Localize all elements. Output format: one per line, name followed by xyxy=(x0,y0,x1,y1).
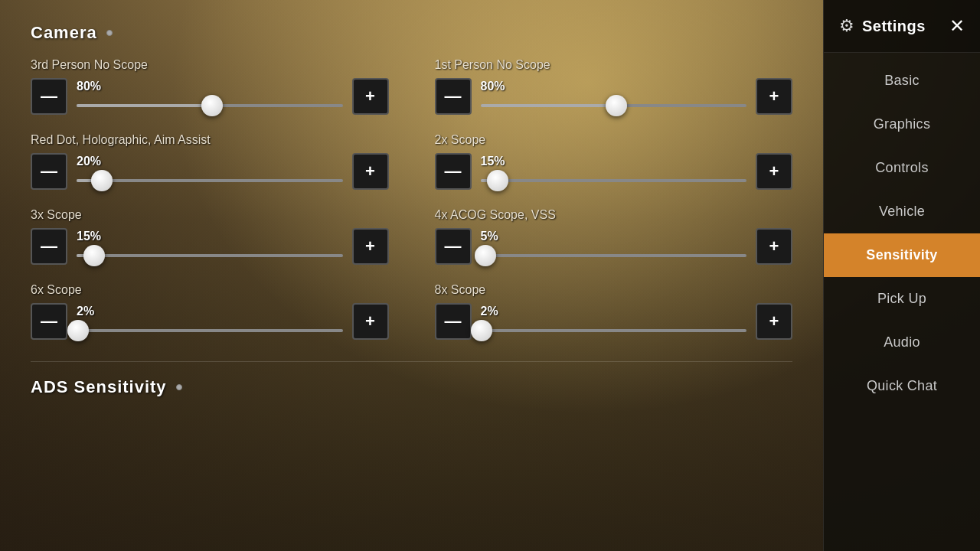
sidebar-header: ⚙ Settings ✕ xyxy=(824,0,980,53)
slider-track-1st-person-no-scope xyxy=(481,104,747,107)
slider-label-1st-person-no-scope: 1st Person No Scope xyxy=(435,58,793,72)
slider-thumb-3x-scope[interactable] xyxy=(83,245,105,266)
slider-container-8x-scope[interactable]: 2% xyxy=(481,303,747,340)
slider-container-3rd-person-no-scope[interactable]: 80% xyxy=(77,78,343,115)
camera-section-header: Camera xyxy=(31,23,792,43)
slider-row-3rd-person-no-scope: — 80% + xyxy=(31,78,389,115)
slider-decrease-4x-acog[interactable]: — xyxy=(435,228,472,265)
slider-thumb-2x-scope[interactable] xyxy=(487,170,508,191)
nav-item-audio[interactable]: Audio xyxy=(824,321,980,364)
slider-increase-4x-acog[interactable]: + xyxy=(756,228,792,265)
sidebar-nav: BasicGraphicsControlsVehicleSensitivityP… xyxy=(824,53,980,551)
slider-decrease-8x-scope[interactable]: — xyxy=(435,303,472,340)
slider-thumb-4x-acog[interactable] xyxy=(475,245,496,266)
slider-decrease-red-dot[interactable]: — xyxy=(31,153,67,190)
slider-row-red-dot: — 20% + xyxy=(31,153,389,190)
slider-group-3rd-person-no-scope: 3rd Person No Scope — 80% + xyxy=(31,58,389,115)
slider-value-3rd-person-no-scope: 80% xyxy=(77,80,101,93)
ads-dot xyxy=(176,384,182,390)
slider-container-red-dot[interactable]: 20% xyxy=(77,153,343,190)
slider-decrease-3rd-person-no-scope[interactable]: — xyxy=(31,78,67,115)
nav-item-vehicle[interactable]: Vehicle xyxy=(824,190,980,233)
slider-group-1st-person-no-scope: 1st Person No Scope — 80% + xyxy=(435,58,793,115)
slider-track-6x-scope xyxy=(77,329,343,332)
slider-group-8x-scope: 8x Scope — 2% + xyxy=(435,283,793,340)
slider-increase-8x-scope[interactable]: + xyxy=(756,303,792,340)
slider-label-6x-scope: 6x Scope xyxy=(31,283,389,297)
slider-label-4x-acog: 4x ACOG Scope, VSS xyxy=(435,208,793,222)
slider-row-3x-scope: — 15% + xyxy=(31,228,389,265)
slider-value-6x-scope: 2% xyxy=(77,305,94,318)
slider-container-4x-acog[interactable]: 5% xyxy=(481,228,747,265)
slider-track-2x-scope xyxy=(481,179,747,182)
slider-track-red-dot xyxy=(77,179,343,182)
camera-dot xyxy=(106,30,113,36)
nav-item-controls[interactable]: Controls xyxy=(824,146,980,190)
slider-increase-6x-scope[interactable]: + xyxy=(352,303,389,340)
slider-increase-red-dot[interactable]: + xyxy=(352,153,389,190)
slider-value-8x-scope: 2% xyxy=(481,305,498,318)
slider-label-3x-scope: 3x Scope xyxy=(31,208,389,222)
slider-row-8x-scope: — 2% + xyxy=(435,303,793,340)
slider-fill-3rd-person-no-scope xyxy=(77,104,212,107)
slider-decrease-6x-scope[interactable]: — xyxy=(31,303,67,340)
nav-item-pickup[interactable]: Pick Up xyxy=(824,277,980,321)
slider-group-4x-acog: 4x ACOG Scope, VSS — 5% + xyxy=(435,208,793,265)
slider-group-3x-scope: 3x Scope — 15% + xyxy=(31,208,389,265)
slider-container-3x-scope[interactable]: 15% xyxy=(77,228,343,265)
slider-decrease-3x-scope[interactable]: — xyxy=(31,228,67,265)
slider-value-4x-acog: 5% xyxy=(481,230,498,243)
settings-title-row: ⚙ Settings xyxy=(839,16,926,36)
main-panel: Camera 3rd Person No Scope — 80% + 1st P… xyxy=(0,0,823,551)
slider-track-8x-scope xyxy=(481,329,747,332)
slider-track-4x-acog xyxy=(481,254,747,257)
slider-track-3x-scope xyxy=(77,254,343,257)
slider-value-3x-scope: 15% xyxy=(77,230,101,243)
slider-label-red-dot: Red Dot, Holographic, Aim Assist xyxy=(31,133,389,147)
close-button[interactable]: ✕ xyxy=(946,12,968,40)
slider-label-3rd-person-no-scope: 3rd Person No Scope xyxy=(31,58,389,72)
sliders-grid: 3rd Person No Scope — 80% + 1st Person N… xyxy=(31,58,792,340)
slider-fill-1st-person-no-scope xyxy=(481,104,616,107)
slider-container-1st-person-no-scope[interactable]: 80% xyxy=(481,78,747,115)
slider-decrease-1st-person-no-scope[interactable]: — xyxy=(435,78,472,115)
nav-item-basic[interactable]: Basic xyxy=(824,59,980,103)
sidebar: ⚙ Settings ✕ BasicGraphicsControlsVehicl… xyxy=(823,0,980,551)
slider-label-8x-scope: 8x Scope xyxy=(435,283,793,297)
slider-container-2x-scope[interactable]: 15% xyxy=(481,153,747,190)
slider-increase-2x-scope[interactable]: + xyxy=(756,153,792,190)
slider-group-2x-scope: 2x Scope — 15% + xyxy=(435,133,793,190)
slider-group-6x-scope: 6x Scope — 2% + xyxy=(31,283,389,340)
nav-item-sensitivity[interactable]: Sensitivity xyxy=(824,233,980,277)
slider-increase-3x-scope[interactable]: + xyxy=(352,228,389,265)
nav-item-graphics[interactable]: Graphics xyxy=(824,103,980,146)
ads-section-header: ADS Sensitivity xyxy=(31,361,792,397)
slider-thumb-red-dot[interactable] xyxy=(91,170,113,191)
slider-decrease-2x-scope[interactable]: — xyxy=(435,153,472,190)
slider-thumb-6x-scope[interactable] xyxy=(67,320,89,341)
slider-value-1st-person-no-scope: 80% xyxy=(481,80,505,93)
slider-value-red-dot: 20% xyxy=(77,155,101,168)
slider-increase-1st-person-no-scope[interactable]: + xyxy=(756,78,792,115)
slider-increase-3rd-person-no-scope[interactable]: + xyxy=(352,78,389,115)
gear-icon: ⚙ xyxy=(839,16,854,36)
slider-thumb-3rd-person-no-scope[interactable] xyxy=(201,95,223,116)
slider-group-red-dot: Red Dot, Holographic, Aim Assist — 20% + xyxy=(31,133,389,190)
slider-row-4x-acog: — 5% + xyxy=(435,228,793,265)
nav-item-quickchat[interactable]: Quick Chat xyxy=(824,364,980,408)
slider-value-2x-scope: 15% xyxy=(481,155,505,168)
slider-row-2x-scope: — 15% + xyxy=(435,153,793,190)
slider-row-1st-person-no-scope: — 80% + xyxy=(435,78,793,115)
ads-title: ADS Sensitivity xyxy=(31,377,167,397)
slider-thumb-1st-person-no-scope[interactable] xyxy=(606,95,627,116)
slider-track-3rd-person-no-scope xyxy=(77,104,343,107)
slider-label-2x-scope: 2x Scope xyxy=(435,133,793,147)
settings-label: Settings xyxy=(862,18,926,35)
slider-container-6x-scope[interactable]: 2% xyxy=(77,303,343,340)
camera-title: Camera xyxy=(31,23,97,43)
slider-thumb-8x-scope[interactable] xyxy=(471,320,492,341)
slider-row-6x-scope: — 2% + xyxy=(31,303,389,340)
